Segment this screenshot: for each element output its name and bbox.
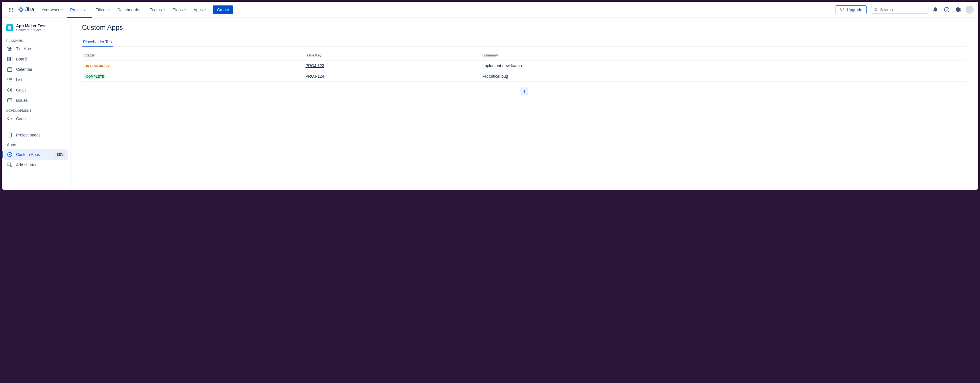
chevron-down-icon	[108, 8, 111, 11]
chevron-down-icon	[140, 8, 143, 11]
svg-point-5	[12, 9, 13, 10]
pager-next[interactable]	[531, 88, 539, 96]
svg-point-3	[9, 9, 10, 10]
nav-projects[interactable]: Projects	[67, 6, 92, 14]
issue-key-link[interactable]: PROJ-123	[305, 63, 324, 68]
sidebar-item-calendar[interactable]: Calendar	[4, 64, 68, 75]
board-icon	[7, 56, 13, 62]
sidebar-item-project-pages[interactable]: Project pages	[4, 130, 68, 140]
svg-rect-18	[8, 50, 11, 51]
table-row: IN PROGRESS PROJ-123 Implement new featu…	[82, 61, 967, 71]
issues-icon	[7, 97, 13, 103]
gear-icon	[955, 7, 961, 13]
pager: 1	[82, 88, 967, 96]
chevron-down-icon	[86, 8, 89, 11]
svg-rect-13	[8, 26, 11, 30]
svg-rect-22	[8, 68, 12, 71]
bell-icon	[932, 7, 938, 13]
sidebar-item-code[interactable]: Code	[4, 113, 68, 124]
svg-point-40	[9, 154, 11, 155]
help-button[interactable]: ?	[942, 5, 951, 14]
svg-rect-41	[8, 163, 11, 166]
top-nav: Jira Your work Projects Filters Dashboar…	[2, 2, 978, 18]
issue-key-link[interactable]: PROJ-124	[305, 74, 324, 78]
list-icon	[7, 77, 13, 83]
app-switcher-button[interactable]	[6, 5, 16, 14]
app-icon	[7, 152, 13, 157]
svg-point-33	[9, 89, 11, 91]
summary-cell: Implement new feature	[480, 61, 967, 71]
sidebar-item-custom-apps[interactable]: Custom Apps DEV	[4, 149, 68, 160]
search-icon	[874, 8, 878, 12]
chevron-down-icon	[60, 8, 63, 11]
divider	[5, 127, 67, 127]
section-development: DEVELOPMENT	[4, 105, 68, 113]
goals-icon	[7, 87, 13, 93]
timeline-icon	[7, 46, 13, 52]
profile-avatar[interactable]	[966, 6, 974, 14]
sidebar-item-issues[interactable]: Issues	[4, 95, 68, 105]
chevron-left-icon	[513, 90, 515, 93]
diamond-icon	[840, 8, 845, 12]
pager-prev[interactable]	[510, 88, 518, 96]
product-logo[interactable]: Jira	[17, 6, 35, 13]
project-header[interactable]: App Maker Test Software project	[4, 22, 68, 35]
svg-point-8	[12, 11, 13, 11]
svg-rect-19	[8, 57, 9, 61]
table-row: COMPLETE PROJ-124 Fix critical bug	[82, 71, 967, 82]
sidebar-item-board[interactable]: Board	[4, 54, 68, 64]
status-badge: IN PROGRESS	[84, 64, 111, 68]
svg-point-0	[9, 8, 10, 9]
svg-rect-16	[8, 47, 11, 48]
svg-rect-14	[9, 27, 11, 27]
svg-point-32	[8, 88, 12, 92]
sidebar-item-timeline[interactable]: Timeline	[4, 43, 68, 54]
nav-teams[interactable]: Teams	[147, 6, 169, 14]
svg-text:?: ?	[946, 8, 948, 11]
sidebar-item-list[interactable]: List	[4, 75, 68, 85]
project-icon	[8, 26, 12, 30]
tab-placeholder[interactable]: Placeholder Tab	[82, 37, 113, 46]
chevron-down-icon	[184, 8, 186, 11]
page-title: Custom Apps	[82, 24, 967, 32]
nav-filters[interactable]: Filters	[93, 6, 113, 14]
nav-your-work[interactable]: Your work	[39, 6, 66, 14]
page-icon	[7, 132, 13, 138]
sidebar-item-add-shortcut[interactable]: Add shortcut	[4, 160, 68, 170]
svg-point-6	[9, 11, 10, 11]
sidebar: App Maker Test Software project PLANNING…	[2, 18, 70, 190]
chevron-right-icon	[533, 90, 536, 93]
svg-point-7	[11, 11, 11, 11]
chevron-down-icon	[204, 8, 207, 11]
col-summary: Summary	[480, 51, 967, 61]
svg-rect-20	[9, 57, 10, 61]
sidebar-item-goals[interactable]: Goals	[4, 85, 68, 95]
svg-point-30	[8, 80, 8, 80]
upgrade-button[interactable]: Upgrade	[835, 5, 867, 14]
search-box[interactable]	[871, 6, 928, 14]
col-issue-key: Issue Key	[303, 51, 480, 61]
nav-apps[interactable]: Apps	[191, 6, 210, 14]
project-name: App Maker Test	[16, 24, 46, 28]
create-button[interactable]: Create	[213, 5, 233, 14]
project-avatar	[6, 24, 13, 31]
nav-dashboards[interactable]: Dashboards	[115, 6, 146, 14]
settings-button[interactable]	[954, 5, 963, 14]
pager-page-1[interactable]: 1	[520, 88, 528, 96]
status-badge: COMPLETE	[84, 74, 106, 79]
project-type: Software project	[16, 28, 46, 32]
nav-plans[interactable]: Plans	[170, 6, 189, 14]
grid-icon	[8, 7, 13, 12]
svg-point-4	[11, 9, 11, 10]
dev-badge: DEV	[55, 152, 65, 157]
section-apps[interactable]: Apps	[4, 140, 68, 149]
svg-rect-34	[8, 99, 12, 102]
notifications-button[interactable]	[931, 5, 940, 14]
search-input[interactable]	[880, 8, 925, 12]
svg-point-31	[8, 81, 8, 82]
main-content: Custom Apps Placeholder Tab Status Issue…	[70, 18, 978, 190]
calendar-icon	[7, 67, 13, 72]
svg-point-2	[12, 8, 13, 9]
section-planning: PLANNING	[4, 35, 68, 43]
chevron-down-icon	[163, 8, 165, 11]
